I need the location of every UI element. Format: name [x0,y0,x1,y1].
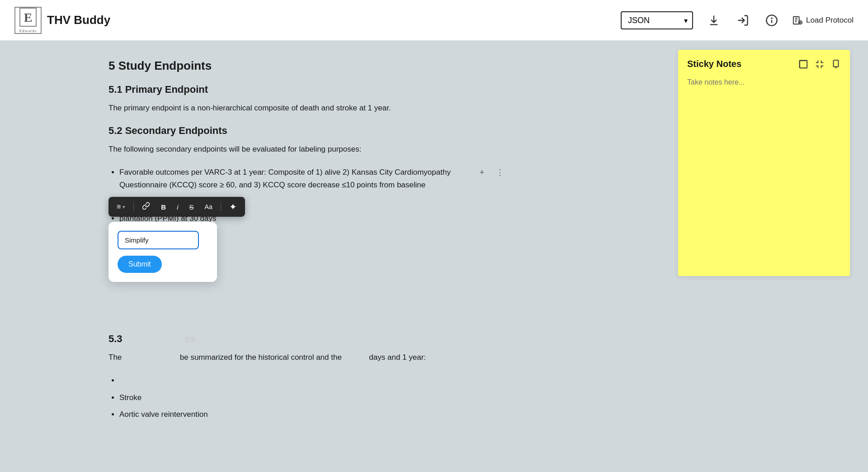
bullet1-text: Favorable outcomes per VARC-3 at 1 year:… [119,168,451,189]
load-protocol-button[interactable]: Load Protocol [793,15,854,25]
strikethrough-icon: S [189,203,194,211]
link-button[interactable] [139,200,153,214]
floating-toolbar: ≡ ▾ B i S Aa [108,197,245,217]
bold-button[interactable]: B [158,201,169,213]
section53-partial: 5.3 es The be summarized for the histori… [108,333,479,420]
toolbar-divider1 [133,202,134,211]
section5-heading: 5 Study Endpoints [108,59,479,73]
list-dropdown-arrow: ▾ [123,204,125,210]
content-area: 5 Study Endpoints 5.1 Primary Endpoint T… [108,59,479,431]
simplify-input[interactable] [118,231,199,249]
add-action-icon[interactable]: + [476,166,488,179]
header-controls: JSON XML CSV [621,11,854,29]
link-icon [142,202,150,212]
logo-subtext: Edwards [19,29,37,33]
sticky-expand-icon[interactable] [798,59,808,69]
section52-heading: 5.2 Secondary Endpoints [108,125,479,137]
edwards-logo: E Edwards [14,7,42,34]
bullet1-actions: + ⋮ [476,166,506,179]
main-container: 5 Study Endpoints 5.1 Primary Endpoint T… [0,41,868,449]
sticky-notes-title: Sticky Notes [687,59,741,69]
section53-heading: 5.3 es [108,333,479,345]
font-button[interactable]: Aa [202,201,215,212]
bold-icon: B [161,203,166,211]
logo-area: E Edwards THV Buddy [14,7,110,34]
ai-sparkle-button[interactable]: ✦ [226,200,240,214]
section52-text: The following secondary endpoints will b… [108,143,479,155]
italic-icon: i [177,203,178,211]
info-icon[interactable] [764,12,780,29]
login-icon[interactable] [735,12,751,29]
toolbar-divider2 [221,202,221,211]
list-format-button[interactable]: ≡ ▾ [114,201,128,213]
section51-text: The primary endpoint is a non-hierarchic… [108,102,479,114]
svg-rect-8 [834,60,839,67]
more-action-icon[interactable]: ⋮ [494,166,506,179]
sticky-notes-header: Sticky Notes [687,59,841,69]
list-item [119,374,479,386]
strikethrough-button[interactable]: S [187,201,197,213]
section53-sub-list: Stroke Aortic valve reintervention [108,374,479,420]
app-header: E Edwards THV Buddy JSON XML CSV [0,0,868,41]
submit-button[interactable]: Submit [118,256,162,273]
load-protocol-label: Load Protocol [806,16,854,25]
logo-letter: E [19,7,37,29]
format-select-wrapper[interactable]: JSON XML CSV [621,11,693,29]
app-title: THV Buddy [47,13,110,27]
section51-heading: 5.1 Primary Endpoint [108,84,479,95]
format-select[interactable]: JSON XML CSV [621,11,693,29]
list-icon: ≡ [117,203,121,211]
sparkle-icon: ✦ [229,201,237,212]
font-icon: Aa [205,203,212,210]
italic-button[interactable]: i [174,201,181,213]
sticky-notes-textarea[interactable] [687,78,841,214]
simplify-popup: Submit [108,222,217,282]
list-item: Favorable outcomes per VARC-3 at 1 year:… [119,166,479,191]
download-icon[interactable] [706,12,722,29]
list-item: Stroke [119,391,479,404]
svg-text:E: E [24,10,33,24]
sticky-compress-icon[interactable] [815,59,825,69]
list-item: Aortic valve reintervention [119,408,479,420]
sticky-notes-panel: Sticky Notes [678,50,850,276]
section53-text: The be summarized for the historical con… [108,351,479,363]
svg-rect-7 [800,60,807,68]
sticky-pin-icon[interactable] [831,59,841,69]
